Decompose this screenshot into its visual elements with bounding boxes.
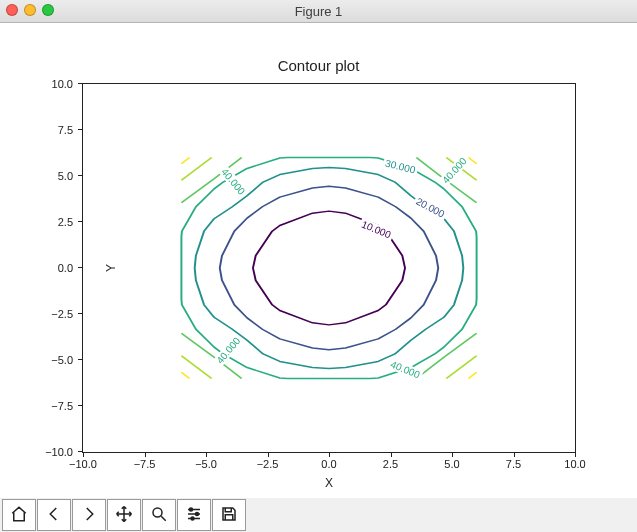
ytick: 2.5	[58, 216, 73, 228]
ytick: 10.0	[52, 78, 73, 90]
ytick: −7.5	[51, 400, 73, 412]
ytick: 0.0	[58, 262, 73, 274]
xtick: −5.0	[195, 458, 217, 470]
window-titlebar: Figure 1	[0, 0, 637, 23]
sliders-icon	[185, 505, 203, 526]
window-controls	[6, 4, 54, 16]
home-button[interactable]	[2, 499, 36, 531]
svg-point-1	[190, 508, 193, 511]
ytick: −5.0	[51, 354, 73, 366]
arrow-right-icon	[80, 505, 98, 526]
xtick: 2.5	[383, 458, 398, 470]
svg-point-2	[196, 512, 199, 515]
arrow-left-icon	[45, 505, 63, 526]
svg-point-0	[153, 508, 162, 517]
xtick: −10.0	[69, 458, 97, 470]
maximize-icon[interactable]	[42, 4, 54, 16]
pan-button[interactable]	[107, 499, 141, 531]
save-icon	[220, 505, 238, 526]
axes: Y X −10.0 −7.5 −5.0 −2.5 0.0 2.5 5.0 7.5…	[82, 83, 576, 453]
contour-level-70	[468, 372, 476, 378]
mpl-toolbar	[0, 498, 637, 532]
xtick: −7.5	[134, 458, 156, 470]
save-button[interactable]	[212, 499, 246, 531]
zoom-icon	[150, 505, 168, 526]
minimize-icon[interactable]	[24, 4, 36, 16]
xtick: 10.0	[564, 458, 585, 470]
zoom-button[interactable]	[142, 499, 176, 531]
plot-title: Contour plot	[0, 57, 637, 74]
ytick: 5.0	[58, 170, 73, 182]
forward-button[interactable]	[72, 499, 106, 531]
svg-point-3	[191, 517, 194, 520]
move-icon	[115, 505, 133, 526]
home-icon	[10, 505, 28, 526]
contour-plot	[83, 84, 575, 452]
window-title: Figure 1	[295, 4, 343, 19]
close-icon[interactable]	[6, 4, 18, 16]
xtick: 5.0	[444, 458, 459, 470]
figure-canvas: Contour plot Y X −10.0 −7.5 −5.0 −2.5 0.…	[0, 23, 637, 499]
xtick: 7.5	[506, 458, 521, 470]
x-axis-label: X	[325, 476, 333, 490]
configure-button[interactable]	[177, 499, 211, 531]
ytick: −10.0	[45, 446, 73, 458]
contour-level-50	[416, 333, 476, 378]
ytick: −2.5	[51, 308, 73, 320]
xtick: 0.0	[321, 458, 336, 470]
xtick: −2.5	[257, 458, 279, 470]
ytick: 7.5	[58, 124, 73, 136]
contour-level-70	[181, 372, 189, 378]
contour-level-70	[181, 158, 189, 164]
back-button[interactable]	[37, 499, 71, 531]
